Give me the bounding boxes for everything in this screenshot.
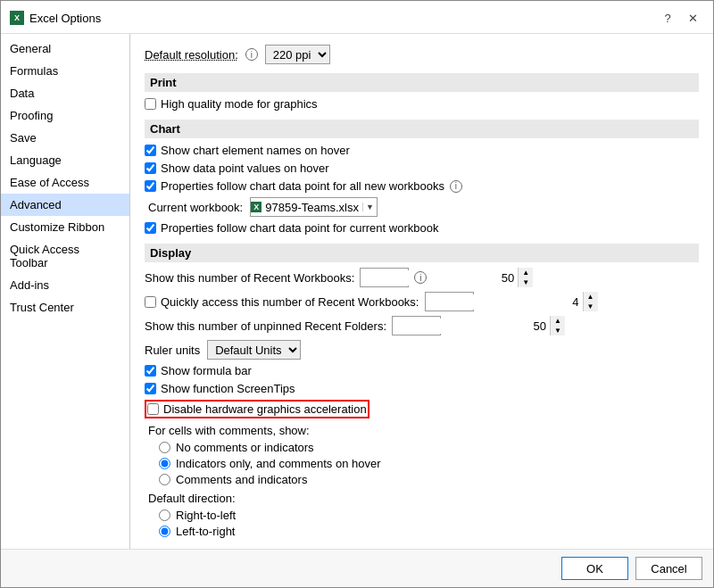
disable-hw-accel-row: Disable hardware graphics acceleration	[145, 400, 699, 418]
ruler-units-row: Ruler units Default Units Inches Centime…	[145, 340, 699, 360]
right-to-left-label: Right-to-left	[176, 509, 236, 522]
title-bar-left: X Excel Options	[10, 11, 101, 25]
left-to-right-radio[interactable]	[159, 526, 170, 537]
info-icon-res: i	[245, 48, 258, 61]
workbook-dropdown-arrow[interactable]: ▼	[362, 203, 377, 211]
properties-current-wb-row: Properties follow chart data point for c…	[145, 221, 699, 235]
sidebar-item-customize-ribbon[interactable]: Customize Ribbon	[1, 216, 129, 238]
comments-section: For cells with comments, show: No commen…	[145, 424, 699, 486]
show-data-point-row: Show data point values on hover	[145, 161, 699, 175]
recent-workbooks-spinner-btns: ▲ ▼	[518, 268, 533, 287]
default-resolution-select[interactable]: 220 ppi 96 ppi 150 ppi	[265, 45, 330, 64]
display-section-header: Display	[145, 244, 699, 262]
disable-hw-accel-checkbox[interactable]	[147, 403, 159, 415]
quick-access-label[interactable]: Quickly access this number of Recent Wor…	[145, 295, 419, 309]
sidebar-item-trust-center[interactable]: Trust Center	[1, 296, 129, 319]
show-formula-bar-row: Show formula bar	[145, 364, 699, 377]
recent-folders-up[interactable]: ▲	[551, 316, 565, 326]
for-cells-label: For cells with comments, show:	[148, 424, 699, 437]
indicators-only-row: Indicators only, and comments on hover	[148, 457, 699, 470]
sidebar-item-advanced[interactable]: Advanced	[1, 194, 129, 216]
show-formula-bar-label[interactable]: Show formula bar	[145, 364, 252, 377]
close-button[interactable]: ✕	[681, 8, 704, 28]
quick-access-checkbox[interactable]	[145, 296, 156, 308]
properties-current-wb-label[interactable]: Properties follow chart data point for c…	[145, 221, 438, 235]
dialog-body: General Formulas Data Proofing Save Lang…	[1, 34, 713, 549]
sidebar-item-proofing[interactable]: Proofing	[1, 104, 129, 127]
recent-folders-spinner[interactable]: ▲ ▼	[392, 316, 441, 335]
quick-access-up[interactable]: ▲	[584, 292, 598, 302]
sidebar-item-add-ins[interactable]: Add-ins	[1, 274, 129, 296]
show-data-point-checkbox[interactable]	[145, 162, 156, 174]
recent-folders-input[interactable]	[393, 319, 550, 334]
high-quality-row: High quality mode for graphics	[145, 97, 699, 111]
no-comments-label: No comments or indicators	[176, 441, 314, 454]
quick-access-input[interactable]	[426, 294, 583, 310]
ruler-units-label: Ruler units	[145, 344, 200, 357]
recent-folders-spinner-btns: ▲ ▼	[550, 316, 565, 335]
default-direction-section: Default direction: Right-to-left Left-to…	[145, 492, 699, 538]
comments-and-indicators-radio[interactable]	[159, 474, 170, 485]
excel-file-icon: X	[251, 202, 262, 212]
default-resolution-row: Default resolution: i 220 ppi 96 ppi 150…	[145, 45, 699, 64]
show-chart-names-checkbox[interactable]	[145, 145, 156, 156]
right-to-left-radio[interactable]	[159, 509, 170, 521]
show-chart-names-row: Show chart element names on hover	[145, 144, 699, 157]
sidebar-item-quick-access-toolbar[interactable]: Quick Access Toolbar	[1, 238, 129, 274]
recent-workbooks-up[interactable]: ▲	[519, 268, 533, 277]
high-quality-checkbox[interactable]	[145, 98, 156, 110]
sidebar-item-save[interactable]: Save	[1, 127, 129, 149]
sidebar-item-data[interactable]: Data	[1, 82, 129, 104]
sidebar-item-formulas[interactable]: Formulas	[1, 60, 129, 82]
properties-all-wb-checkbox[interactable]	[145, 180, 156, 192]
recent-folders-row: Show this number of unpinned Recent Fold…	[145, 316, 699, 335]
quick-access-row: Quickly access this number of Recent Wor…	[145, 292, 699, 311]
properties-all-wb-label[interactable]: Properties follow chart data point for a…	[145, 179, 444, 193]
current-workbook-select[interactable]: X 97859-Teams.xlsx ▼	[250, 197, 378, 217]
print-section-header: Print	[145, 73, 699, 92]
left-to-right-row: Left-to-right	[148, 525, 699, 538]
quick-access-spinner[interactable]: ▲ ▼	[425, 292, 474, 311]
recent-folders-label: Show this number of unpinned Recent Fold…	[145, 319, 386, 333]
properties-current-wb-checkbox[interactable]	[145, 222, 156, 234]
chart-section-header: Chart	[145, 120, 699, 138]
ruler-units-select[interactable]: Default Units Inches Centimeters Millime…	[207, 340, 301, 360]
recent-folders-down[interactable]: ▼	[551, 326, 565, 335]
default-direction-label: Default direction:	[148, 492, 699, 505]
recent-workbooks-down[interactable]: ▼	[519, 277, 533, 287]
app-icon: X	[10, 11, 24, 25]
high-quality-label[interactable]: High quality mode for graphics	[145, 97, 318, 111]
sidebar-item-language[interactable]: Language	[1, 149, 129, 171]
show-function-screentips-label[interactable]: Show function ScreenTips	[145, 382, 295, 395]
no-comments-row: No comments or indicators	[148, 441, 699, 454]
current-workbook-value: 97859-Teams.xlsx	[262, 200, 362, 215]
recent-workbooks-label: Show this number of Recent Workbooks:	[145, 271, 354, 285]
recent-workbooks-row: Show this number of Recent Workbooks: ▲ …	[145, 268, 699, 287]
default-resolution-label: Default resolution:	[145, 48, 238, 62]
sidebar-item-ease-of-access[interactable]: Ease of Access	[1, 171, 129, 194]
dialog-footer: OK Cancel	[1, 549, 713, 587]
show-formula-bar-checkbox[interactable]	[145, 365, 156, 377]
disable-hw-accel-highlight: Disable hardware graphics acceleration	[145, 400, 369, 418]
cancel-button[interactable]: Cancel	[635, 557, 702, 580]
quick-access-spinner-btns: ▲ ▼	[583, 292, 598, 311]
content-area: Default resolution: i 220 ppi 96 ppi 150…	[130, 34, 713, 549]
show-data-point-label[interactable]: Show data point values on hover	[145, 161, 329, 175]
quick-access-down[interactable]: ▼	[584, 302, 598, 311]
disable-hw-accel-label: Disable hardware graphics acceleration	[163, 402, 367, 416]
comments-and-indicators-label: Comments and indicators	[176, 473, 307, 486]
info-icon-chart: i	[450, 180, 462, 193]
ok-button[interactable]: OK	[561, 557, 628, 580]
comments-and-indicators-row: Comments and indicators	[148, 473, 699, 486]
help-button[interactable]: ?	[656, 8, 679, 28]
show-function-screentips-checkbox[interactable]	[145, 383, 156, 394]
indicators-only-radio[interactable]	[159, 458, 170, 469]
show-chart-names-label[interactable]: Show chart element names on hover	[145, 144, 350, 157]
sidebar-item-general[interactable]: General	[1, 37, 129, 60]
sidebar: General Formulas Data Proofing Save Lang…	[1, 34, 130, 549]
no-comments-radio[interactable]	[159, 442, 170, 453]
show-function-screentips-row: Show function ScreenTips	[145, 382, 699, 395]
recent-workbooks-input[interactable]	[361, 270, 518, 286]
dialog-title: Excel Options	[29, 12, 101, 25]
recent-workbooks-spinner[interactable]: ▲ ▼	[360, 268, 409, 287]
